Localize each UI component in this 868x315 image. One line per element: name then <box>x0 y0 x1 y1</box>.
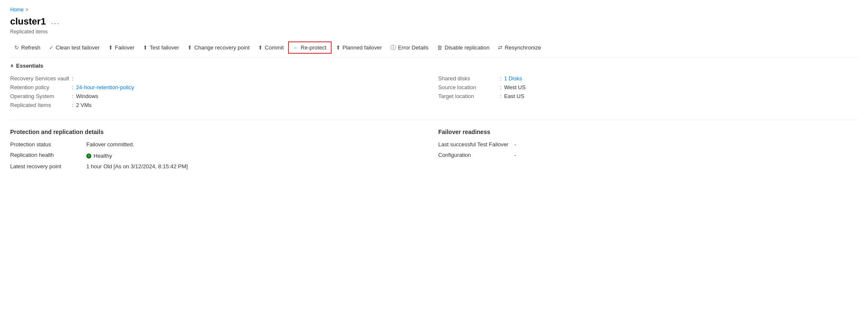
essentials-left-column: Recovery Services vault : Retention poli… <box>10 74 430 110</box>
essentials-value-os: Windows <box>76 93 99 99</box>
detail-value-replication-health: ✓ Healthy <box>86 153 112 159</box>
ellipsis-menu-button[interactable]: ... <box>51 17 60 26</box>
details-grid: Protection and replication details Prote… <box>10 129 858 174</box>
disable-replication-button[interactable]: 🗑 Disable replication <box>433 42 494 53</box>
change-recovery-point-label: Change recovery point <box>194 44 250 51</box>
re-protect-label: Re-protect <box>301 44 327 51</box>
re-protect-arrow-icon: ← <box>293 44 299 51</box>
error-details-button[interactable]: ⓘ Error Details <box>386 42 433 54</box>
resynchronize-button[interactable]: ⇄ Resynchronize <box>494 42 545 53</box>
essentials-label-retention: Retention policy <box>10 84 69 90</box>
error-details-label: Error Details <box>398 44 429 51</box>
test-failover-button[interactable]: ⬆ Test failover <box>139 42 183 53</box>
essentials-row-retention: Retention policy : 24-hour-retention-pol… <box>10 83 430 92</box>
essentials-label-os: Operating System <box>10 93 69 99</box>
essentials-label-target-location: Target location <box>438 93 497 99</box>
detail-label-latest-recovery-point: Latest recovery point <box>10 163 86 170</box>
essentials-row-vault: Recovery Services vault : <box>10 74 430 83</box>
detail-row-configuration: Configuration - <box>438 152 858 158</box>
detail-value-latest-recovery-point: 1 hour Old [As on 3/12/2024, 8:15:42 PM] <box>86 163 188 170</box>
planned-failover-label: Planned failover <box>343 44 382 51</box>
section-divider <box>10 120 858 120</box>
detail-label-configuration: Configuration <box>438 152 514 158</box>
toolbar: ↻ Refresh ✓ Clean test failover ⬆ Failov… <box>10 41 858 58</box>
essentials-value-source-location: West US <box>504 84 526 90</box>
breadcrumb-separator: > <box>25 7 28 13</box>
failover-cloud-icon: ⬆ <box>108 44 113 51</box>
essentials-value-target-location: East US <box>504 93 525 99</box>
disable-replication-trash-icon: 🗑 <box>437 44 442 51</box>
page-title: cluster1 <box>10 16 46 27</box>
resynchronize-icon: ⇄ <box>498 44 503 51</box>
commit-cloud-icon: ⬆ <box>258 44 263 51</box>
detail-value-protection-status: Failover committed. <box>86 141 134 148</box>
checkmark-icon: ✓ <box>49 44 54 51</box>
planned-failover-button[interactable]: ⬆ Planned failover <box>332 42 386 53</box>
essentials-label-source-location: Source location <box>438 84 497 90</box>
test-failover-cloud-icon: ⬆ <box>143 44 148 51</box>
essentials-value-retention[interactable]: 24-hour-retention-policy <box>76 84 134 90</box>
commit-label: Commit <box>265 44 284 51</box>
failover-label: Failover <box>115 44 135 51</box>
essentials-section-header: ∧ Essentials <box>10 63 858 69</box>
detail-value-last-test-failover: - <box>514 141 516 148</box>
protection-details-title: Protection and replication details <box>10 129 430 135</box>
essentials-row-os: Operating System : Windows <box>10 92 430 101</box>
commit-button[interactable]: ⬆ Commit <box>254 42 288 53</box>
breadcrumb-home[interactable]: Home <box>10 7 24 13</box>
essentials-label-shared-disks: Shared disks <box>438 75 497 82</box>
detail-row-replication-health: Replication health ✓ Healthy <box>10 152 430 159</box>
essentials-title: Essentials <box>16 63 43 69</box>
failover-readiness-title: Failover readiness <box>438 129 858 135</box>
clean-test-failover-label: Clean test failover <box>56 44 100 51</box>
essentials-row-target-location: Target location : East US <box>438 92 858 101</box>
detail-row-last-test-failover: Last successful Test Failover - <box>438 141 858 148</box>
detail-row-protection-status: Protection status Failover committed. <box>10 141 430 148</box>
change-recovery-point-button[interactable]: ⬆ Change recovery point <box>183 42 254 53</box>
error-details-info-icon: ⓘ <box>390 44 396 52</box>
resynchronize-label: Resynchronize <box>505 44 541 51</box>
essentials-label-vault: Recovery Services vault <box>10 75 69 82</box>
essentials-right-column: Shared disks : 1 Disks Source location :… <box>438 74 858 110</box>
refresh-label: Refresh <box>21 44 41 51</box>
essentials-row-shared-disks: Shared disks : 1 Disks <box>438 74 858 83</box>
essentials-row-replicated-items: Replicated Items : 2 VMs <box>10 101 430 110</box>
test-failover-label: Test failover <box>150 44 179 51</box>
refresh-button[interactable]: ↻ Refresh <box>10 42 45 53</box>
detail-label-replication-health: Replication health <box>10 152 86 158</box>
essentials-value-replicated-items: 2 VMs <box>76 102 92 108</box>
detail-value-configuration: - <box>514 152 516 158</box>
page-subtitle: Replicated items <box>10 29 858 35</box>
detail-label-last-test-failover: Last successful Test Failover <box>438 141 514 148</box>
re-protect-button[interactable]: ← Re-protect <box>288 41 332 54</box>
health-label: Healthy <box>93 153 112 159</box>
essentials-label-replicated-items: Replicated Items <box>10 102 69 108</box>
detail-row-latest-recovery-point: Latest recovery point 1 hour Old [As on … <box>10 163 430 170</box>
change-recovery-cloud-icon: ⬆ <box>187 44 192 51</box>
refresh-icon: ↻ <box>14 44 19 51</box>
essentials-value-shared-disks[interactable]: 1 Disks <box>504 75 522 82</box>
planned-failover-cloud-icon: ⬆ <box>336 44 341 51</box>
essentials-row-source-location: Source location : West US <box>438 83 858 92</box>
clean-test-failover-button[interactable]: ✓ Clean test failover <box>45 42 104 53</box>
essentials-grid: Recovery Services vault : Retention poli… <box>10 74 858 110</box>
breadcrumb: Home > <box>10 7 858 13</box>
failover-readiness-section: Failover readiness Last successful Test … <box>438 129 858 174</box>
page-header: cluster1 ... <box>10 16 858 27</box>
disable-replication-label: Disable replication <box>445 44 489 51</box>
essentials-chevron-icon: ∧ <box>10 63 14 68</box>
detail-label-protection-status: Protection status <box>10 141 86 148</box>
protection-details-section: Protection and replication details Prote… <box>10 129 430 174</box>
failover-button[interactable]: ⬆ Failover <box>104 42 139 53</box>
health-check-icon: ✓ <box>86 153 91 159</box>
